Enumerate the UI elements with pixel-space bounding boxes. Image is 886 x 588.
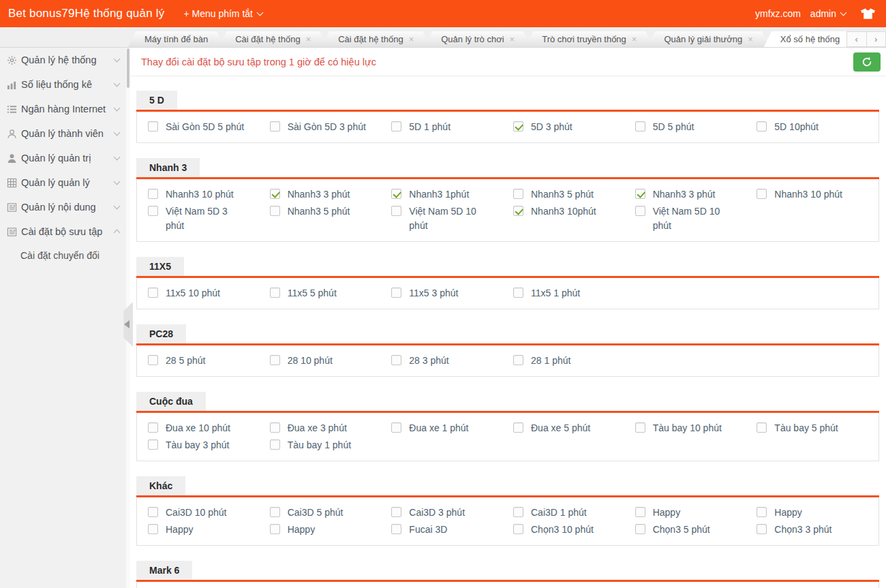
checkbox[interactable] [270,355,280,365]
game-option[interactable]: Nhanh3 3 phút [270,187,392,202]
game-option[interactable]: 5D 1 phút [391,119,513,135]
checkbox[interactable] [391,524,401,534]
game-option[interactable]: Chọn3 5 phút [635,522,757,538]
checkbox[interactable] [270,206,280,216]
checkbox[interactable] [270,189,280,199]
game-option[interactable]: Nhanh3 10 phút [148,187,270,202]
checkbox[interactable] [513,524,523,534]
tab[interactable]: Cài đặt hệ thống × [322,31,430,47]
user-menu-button[interactable]: admin [810,8,846,19]
game-option[interactable]: 28 1 phút [513,353,635,369]
game-option[interactable]: Cai3D 10 phút [148,505,270,521]
game-option[interactable]: Sài Gòn 5D 5 phút [148,119,270,135]
sidebar-item-6[interactable]: Quản lý quản lý [0,170,126,195]
game-option[interactable]: Việt Nam 5D 10 phút [635,204,757,234]
game-option[interactable]: Việt Nam 5D 3 phút [148,204,270,234]
sidebar-item-8[interactable]: Cài đặt bộ sưu tập [0,219,126,244]
game-option[interactable]: Đua xe 3 phút [270,420,392,436]
checkbox[interactable] [148,288,158,298]
checkbox[interactable] [513,507,523,517]
game-option[interactable]: Nhanh3 1phút [391,187,513,202]
game-option[interactable]: Chọn3 3 phút [757,522,879,538]
game-option[interactable]: Nhanh3 10 phút [757,187,879,202]
tab-scroll-right-icon[interactable]: › [866,32,886,46]
checkbox[interactable] [635,121,645,131]
checkbox[interactable] [635,189,645,199]
checkbox[interactable] [513,355,523,365]
game-option[interactable]: 11x5 5 phút [270,285,392,301]
checkbox[interactable] [270,121,280,131]
tab[interactable]: Quản lý trò chơi × [425,31,531,47]
checkbox[interactable] [391,189,401,199]
checkbox[interactable] [270,507,280,517]
sidebar-item-2[interactable]: Số liệu thống kê [0,72,126,97]
game-option[interactable]: Happy [148,522,270,538]
game-option[interactable]: Happy [270,522,392,538]
checkbox[interactable] [148,507,158,517]
checkbox[interactable] [513,206,523,216]
sidebar-item-4[interactable]: Quản lý thành viên [0,121,126,146]
checkbox[interactable] [635,206,645,216]
game-option[interactable]: 28 5 phút [148,353,270,369]
game-option[interactable]: 28 10 phút [270,353,392,369]
game-option[interactable]: Đua xe 10 phút [148,420,270,436]
checkbox[interactable] [270,439,280,450]
game-option[interactable]: Tàu bay 10 phút [635,420,757,436]
tab[interactable]: Xổ số hệ thống [764,31,856,47]
checkbox[interactable] [757,507,767,517]
tab[interactable]: Trò chơi truyền thống × [525,31,653,47]
game-option[interactable]: 5D 10phút [757,119,879,135]
checkbox[interactable] [757,422,767,433]
sidebar-item-7[interactable]: Quản lý nội dung [0,195,126,219]
shortcut-menu-button[interactable]: + Menu phím tắt [183,8,262,19]
game-option[interactable]: Cai3D 1 phút [513,505,635,521]
theme-skin-icon[interactable] [861,8,875,19]
checkbox[interactable] [148,189,158,199]
game-option[interactable]: Chọn3 10 phút [513,522,635,538]
game-option[interactable]: Cai3D 5 phút [270,505,392,521]
sidebar-item-1[interactable]: Quản lý hệ thống [0,48,126,72]
checkbox[interactable] [391,206,401,216]
game-option[interactable]: Việt Nam 5D 10 phút [391,204,513,234]
checkbox[interactable] [513,288,523,298]
sidebar-item-5[interactable]: Quản lý quản trị [0,146,126,170]
game-option[interactable]: 28 3 phút [391,353,513,369]
tab-close-icon[interactable]: × [409,35,414,44]
game-option[interactable]: 5D 5 phút [635,119,757,135]
game-option[interactable]: Nhanh3 10phút [513,204,635,234]
tab[interactable]: Máy tính để bàn [128,31,224,47]
checkbox[interactable] [513,189,523,199]
game-option[interactable]: 11x5 10 phút [148,285,270,301]
checkbox[interactable] [391,288,401,298]
tab-close-icon[interactable]: × [306,35,311,44]
tab-close-icon[interactable]: × [748,35,753,44]
tab[interactable]: Cài đặt hệ thống × [219,31,327,47]
game-option[interactable]: Tàu bay 3 phút [148,437,270,453]
checkbox[interactable] [148,121,158,131]
checkbox[interactable] [391,121,401,131]
checkbox[interactable] [391,355,401,365]
checkbox[interactable] [391,507,401,517]
checkbox[interactable] [148,524,158,534]
game-option[interactable]: Happy [635,505,757,521]
game-option[interactable]: Nhanh3 5 phút [513,187,635,202]
sidebar-subitem[interactable]: Cài đặt chuyển đổi [0,244,126,267]
checkbox[interactable] [391,422,401,433]
game-option[interactable]: Fucai 3D [391,522,513,538]
game-option[interactable]: Nhanh3 3 phút [635,187,757,202]
checkbox[interactable] [513,422,523,433]
sidebar-scrollbar-thumb[interactable] [127,48,129,88]
checkbox[interactable] [148,422,158,433]
checkbox[interactable] [270,524,280,534]
game-option[interactable]: 11x5 3 phút [391,285,513,301]
game-option[interactable]: Cai3D 3 phút [391,505,513,521]
tab-close-icon[interactable]: × [510,35,515,44]
checkbox[interactable] [635,524,645,534]
checkbox[interactable] [270,288,280,298]
game-option[interactable]: Đua xe 1 phút [391,420,513,436]
game-option[interactable]: Nhanh3 5 phút [270,204,392,234]
game-option[interactable]: 11x5 1 phút [513,285,635,301]
game-option[interactable]: Tàu bay 1 phút [270,437,392,453]
checkbox[interactable] [148,206,158,216]
game-option[interactable]: Happy [757,505,879,521]
